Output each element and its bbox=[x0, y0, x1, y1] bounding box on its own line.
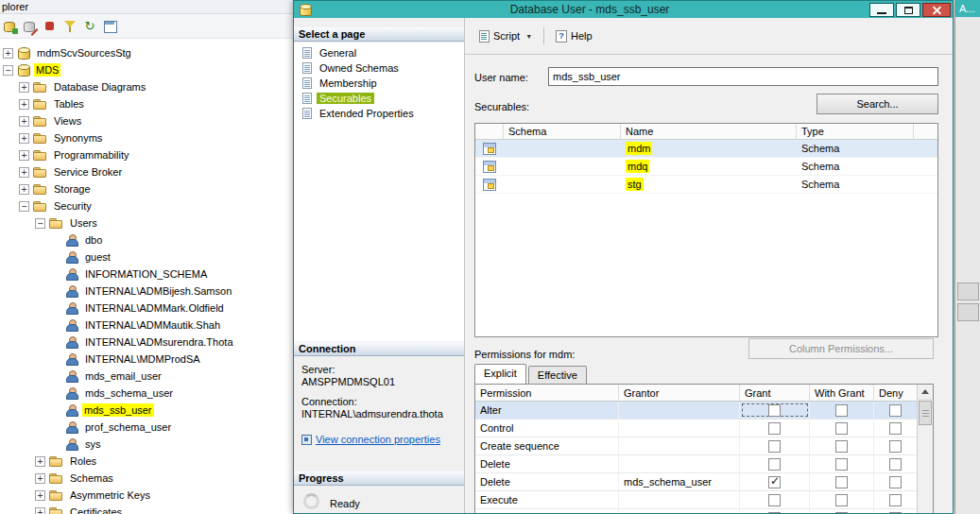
minimize-button[interactable] bbox=[869, 3, 894, 17]
tree-item-sys[interactable]: sys bbox=[0, 436, 293, 453]
disconnect-icon[interactable] bbox=[22, 18, 39, 35]
with-grant-checkbox[interactable] bbox=[835, 422, 848, 435]
plus-expander-icon[interactable]: + bbox=[19, 150, 29, 161]
tree-item-label[interactable]: INTERNAL\ADMMautik.Shah bbox=[82, 318, 223, 332]
tree-item-label[interactable]: MDS bbox=[34, 63, 60, 77]
minus-expander-icon[interactable]: − bbox=[19, 201, 29, 212]
tree-item-mds-ssb-user[interactable]: mds_ssb_user bbox=[0, 402, 293, 419]
deny-checkbox[interactable] bbox=[889, 476, 902, 488]
tree-item-label[interactable]: mdmScvSourcesStg bbox=[34, 46, 134, 60]
refresh-icon[interactable] bbox=[81, 18, 98, 35]
tree-item-label[interactable]: guest bbox=[82, 250, 113, 264]
grant-checkbox[interactable] bbox=[768, 476, 781, 488]
plus-expander-icon[interactable]: + bbox=[19, 167, 29, 178]
tree-item-schemas[interactable]: +Schemas bbox=[0, 470, 293, 487]
with-grant-checkbox[interactable] bbox=[835, 404, 848, 417]
tree-item-tables[interactable]: +Tables bbox=[0, 95, 293, 112]
tree-item-views[interactable]: +Views bbox=[0, 112, 293, 129]
permission-row[interactable] bbox=[475, 509, 917, 513]
script-button[interactable]: Script ▼ bbox=[474, 28, 537, 44]
permission-row-delete[interactable]: Deletemds_schema_user bbox=[475, 473, 917, 491]
tree-item-guest[interactable]: guest bbox=[0, 248, 293, 266]
securables-row-mdm[interactable]: mdmSchema bbox=[475, 140, 937, 158]
filter-icon[interactable] bbox=[61, 18, 78, 35]
permission-row-delete[interactable]: Delete bbox=[475, 455, 917, 473]
tree-item-label[interactable]: mds_schema_user bbox=[82, 386, 176, 400]
grant-checkbox[interactable] bbox=[768, 512, 781, 514]
page-item-extended-properties[interactable]: Extended Properties bbox=[294, 106, 464, 121]
tree-item-mdmscvsourcesstg[interactable]: +mdmScvSourcesStg bbox=[0, 44, 293, 61]
tree-item-label[interactable]: Schemas bbox=[67, 471, 116, 485]
permission-row-control[interactable]: Control bbox=[475, 420, 917, 437]
tree-item-internal-admbijesh-samson[interactable]: INTERNAL\ADMBijesh.Samson bbox=[0, 283, 293, 300]
tree-item-label[interactable]: Service Broker bbox=[51, 165, 125, 179]
page-item-general[interactable]: General bbox=[294, 45, 464, 60]
plus-expander-icon[interactable]: + bbox=[19, 133, 29, 144]
tree-item-synonyms[interactable]: +Synonyms bbox=[0, 129, 293, 146]
tree-item-programmability[interactable]: +Programmability bbox=[0, 146, 293, 163]
deny-checkbox[interactable] bbox=[889, 404, 902, 417]
deny-checkbox[interactable] bbox=[889, 494, 902, 506]
tree-item-label[interactable]: Certificates bbox=[67, 505, 125, 514]
background-window-titlebar[interactable]: A... bbox=[955, 0, 980, 17]
tree-item-information-schema[interactable]: INFORMATION_SCHEMA bbox=[0, 266, 293, 283]
tree-item-label[interactable]: INTERNAL\MDMProdSA bbox=[82, 352, 203, 366]
tree-item-internal-mdmprodsa[interactable]: INTERNAL\MDMProdSA bbox=[0, 351, 293, 368]
plus-expander-icon[interactable]: + bbox=[35, 507, 45, 514]
plus-expander-icon[interactable]: + bbox=[19, 82, 29, 93]
properties-icon[interactable] bbox=[101, 18, 118, 35]
tree-item-database-diagrams[interactable]: +Database Diagrams bbox=[0, 78, 293, 95]
grant-checkbox[interactable] bbox=[768, 494, 781, 506]
maximize-button[interactable] bbox=[896, 3, 920, 17]
tree-item-label[interactable]: prof_schema_user bbox=[82, 420, 174, 434]
tree-item-mds-schema-user[interactable]: mds_schema_user bbox=[0, 385, 293, 402]
grant-checkbox[interactable] bbox=[768, 404, 781, 417]
tree-item-dbo[interactable]: dbo bbox=[0, 231, 293, 248]
close-button[interactable] bbox=[922, 3, 951, 17]
page-item-securables[interactable]: Securables bbox=[294, 91, 464, 106]
plus-expander-icon[interactable]: + bbox=[35, 490, 45, 501]
tree-item-users[interactable]: −Users bbox=[0, 214, 293, 231]
with-grant-checkbox[interactable] bbox=[835, 458, 848, 471]
with-grant-checkbox[interactable] bbox=[835, 494, 848, 506]
tree-item-label[interactable]: dbo bbox=[82, 233, 105, 247]
permission-row-create-sequence[interactable]: Create sequence bbox=[475, 437, 917, 455]
help-button[interactable]: ? Help bbox=[551, 28, 597, 44]
tree-item-label[interactable]: Storage bbox=[51, 182, 94, 196]
scrollbar-thumb[interactable] bbox=[919, 401, 932, 425]
scroll-up-icon[interactable] bbox=[918, 385, 933, 400]
stop-icon[interactable] bbox=[42, 18, 59, 35]
dialog-titlebar[interactable]: Database User - mds_ssb_user bbox=[294, 1, 953, 18]
tree-item-label[interactable]: mds_email_user bbox=[82, 369, 164, 383]
tree-item-label[interactable]: Roles bbox=[67, 454, 99, 468]
plus-expander-icon[interactable]: + bbox=[19, 99, 29, 110]
tree-item-label[interactable]: INTERNAL\ADMsurendra.Thota bbox=[82, 335, 236, 349]
tree-item-label[interactable]: INTERNAL\ADMBijesh.Samson bbox=[82, 284, 234, 298]
tree-item-label[interactable]: sys bbox=[82, 437, 104, 451]
permission-row-execute[interactable]: Execute bbox=[475, 491, 917, 509]
plus-expander-icon[interactable]: + bbox=[19, 116, 29, 127]
user-name-input[interactable] bbox=[548, 67, 938, 86]
tree-item-label[interactable]: mds_ssb_user bbox=[82, 403, 154, 417]
tab-explicit[interactable]: Explicit bbox=[474, 364, 526, 384]
tree-item-label[interactable]: INTERNAL\ADMMark.Oldfield bbox=[82, 301, 227, 315]
grant-checkbox[interactable] bbox=[768, 440, 781, 453]
tree-item-label[interactable]: Programmability bbox=[51, 148, 131, 162]
plus-expander-icon[interactable]: + bbox=[19, 184, 29, 195]
tree-item-security[interactable]: −Security bbox=[0, 197, 293, 214]
search-button[interactable]: Search... bbox=[817, 94, 938, 114]
tree-item-internal-admsurendra-thota[interactable]: INTERNAL\ADMsurendra.Thota bbox=[0, 334, 293, 351]
tree-item-label[interactable]: Synonyms bbox=[51, 131, 105, 145]
page-item-membership[interactable]: Membership bbox=[294, 76, 464, 91]
tree-item-prof-schema-user[interactable]: prof_schema_user bbox=[0, 419, 293, 436]
connect-icon[interactable] bbox=[2, 18, 19, 35]
tree-item-label[interactable]: Database Diagrams bbox=[51, 80, 148, 94]
tree-item-label[interactable]: Views bbox=[51, 114, 84, 128]
tree-item-label[interactable]: Asymmetric Keys bbox=[67, 488, 153, 502]
with-grant-checkbox[interactable] bbox=[835, 512, 848, 514]
tree-item-label[interactable]: Tables bbox=[51, 97, 87, 111]
tree-item-asymmetric-keys[interactable]: +Asymmetric Keys bbox=[0, 487, 293, 504]
tree-item-certificates[interactable]: +Certificates bbox=[0, 504, 293, 514]
permissions-scrollbar[interactable] bbox=[917, 385, 933, 513]
grant-checkbox[interactable] bbox=[768, 422, 781, 435]
